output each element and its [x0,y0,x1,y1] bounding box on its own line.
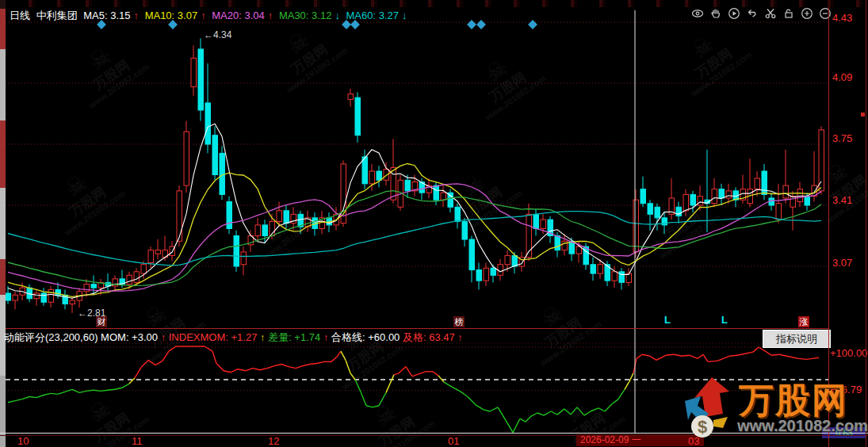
indicator-axis-mid: +46.79 [830,384,862,395]
mom-arrow-icon: ↑ [161,331,169,343]
symbol-name[interactable]: 中利集团 [36,10,78,21]
signal-letter-L1: L [664,314,671,326]
chaliang-readout: 差量: +1.74 [268,331,320,343]
month-label-12: 12 [268,435,279,447]
right-edge-marker [861,113,865,117]
lock-icon[interactable] [782,7,795,20]
ma30-arrow-icon: ↓ [335,10,340,21]
panel-separator [6,328,828,329]
price-label-307: 3.07 [832,257,867,269]
month-label-03: 03 [688,435,699,447]
indicator-help-button[interactable]: 指标说明 [763,330,831,348]
eye-icon[interactable] [691,7,704,20]
jige-readout: 及格: 63.47 [403,331,455,343]
crosshair-date-box: 2026-02-09 一 [576,434,704,446]
high-price-annotation: ←4.34 [204,29,231,40]
mom-readout: MOM: +3.00 [101,331,158,343]
indexmom-arrow-icon: ↑ [260,331,268,343]
right-axis-border [828,7,829,447]
ma20-arrow-icon: ↑ [268,10,273,21]
candlestick-chart[interactable] [0,0,868,447]
ma5-arrow-icon: ↑ [134,10,140,21]
ma5-readout: MA5: 3.15 [83,10,130,21]
hand-icon[interactable] [709,7,722,20]
axis-separator-red [0,435,868,436]
zoom-out-icon[interactable] [819,7,832,20]
chart-header: 日线 中利集团 MA5: 3.15↑ MA10: 3.07↑ MA20: 3.0… [10,9,411,21]
month-label-10: 10 [17,435,29,447]
period-label[interactable]: 日线 [10,10,30,21]
scissors-icon[interactable] [764,7,777,20]
ma60-readout: MA60: 3.27 [346,10,400,21]
event-tag-zhang[interactable]: 涨 [798,316,809,327]
pass-line-readout: 合格线: +60.00 [331,331,403,343]
chart-toolbar [691,7,832,20]
ma30-readout: MA30: 3.12 [279,10,332,21]
play-icon[interactable] [728,7,740,20]
chaliang-arrow-icon: ↑ [323,331,331,343]
price-label-341: 3.41 [832,194,867,206]
price-label-375: 3.75 [832,132,867,144]
event-tag-cai[interactable]: 财 [96,316,107,327]
price-label-409: 4.09 [832,71,867,83]
event-tag-bang[interactable]: 榜 [453,316,465,327]
ma60-arrow-icon: ↓ [402,10,407,21]
axis-separator-white [0,433,868,434]
price-label-443: 4.43 [832,12,867,24]
month-label-01: 01 [448,435,459,447]
indicator-axis-top: +100.00 [830,347,867,359]
ma10-arrow-icon: ↑ [201,10,206,21]
month-label-11: 11 [132,435,143,447]
jige-arrow-icon: ↑ [457,331,463,343]
ma10-readout: MA10: 3.07 [145,10,198,21]
indicator-header: 动能评分(23,200,60) MOM: +3.00 ↑ INDEXMOM: +… [4,330,463,345]
zoom-in-icon[interactable] [801,7,813,20]
ma20-readout: MA20: 3.04 [212,10,265,21]
undo-icon[interactable] [746,7,759,20]
indexmom-readout: INDEXMOM: +1.27 [169,331,258,343]
indicator-title: 动能评分(23,200,60) [4,331,101,343]
window-right-edge [866,0,866,447]
signal-letter-L2: L [721,314,728,326]
